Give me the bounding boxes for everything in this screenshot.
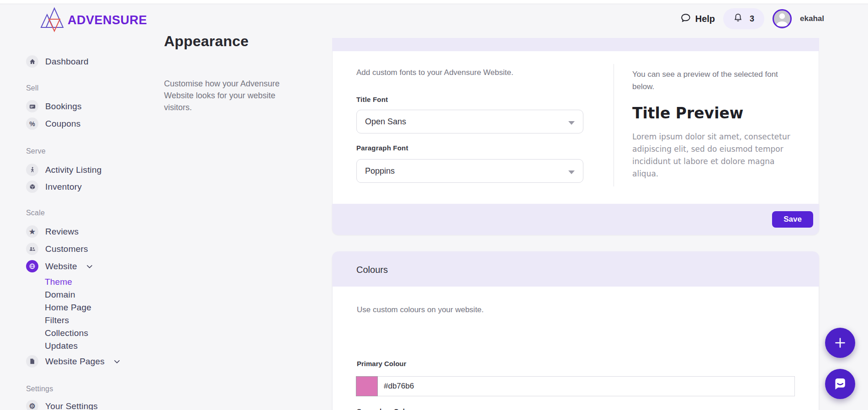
top-divider <box>0 0 868 4</box>
home-icon <box>26 55 38 68</box>
title-font-value: Open Sans <box>365 117 406 127</box>
brand-logo[interactable]: ADVENSURE <box>38 5 147 35</box>
colours-card-header: Colours <box>332 251 819 287</box>
sidebar-subitem-updates[interactable]: Updates <box>45 341 78 351</box>
people-icon <box>26 243 38 255</box>
cube-icon <box>26 181 38 193</box>
help-label: Help <box>695 14 715 24</box>
plus-icon <box>833 336 847 350</box>
primary-colour-input[interactable]: #db76b6 <box>378 376 795 396</box>
sidebar-item-coupons[interactable]: % Coupons <box>26 117 80 130</box>
sidebar-section-sell: Sell <box>26 84 38 92</box>
chat-launcher-button[interactable] <box>825 369 855 399</box>
fonts-card-header <box>332 38 819 51</box>
help-icon <box>680 12 691 26</box>
sidebar-item-reviews[interactable]: ★ Reviews <box>26 225 79 238</box>
paragraph-font-label: Paragraph Font <box>356 144 408 152</box>
sidebar-section-scale: Scale <box>26 209 45 217</box>
chevron-down-icon <box>114 357 120 366</box>
chat-icon <box>832 376 848 392</box>
appearance-page: ADVENSURE Help 3 e <box>0 0 868 410</box>
primary-colour-swatch[interactable] <box>356 376 378 396</box>
colours-title: Colours <box>356 265 388 275</box>
sidebar-subitem-theme[interactable]: Theme <box>45 277 72 287</box>
fonts-intro-text: Add custom fonts to your Advensure Websi… <box>356 68 513 77</box>
sidebar-item-activity-listing[interactable]: Activity Listing <box>26 164 102 176</box>
mountain-logo-icon <box>38 5 66 35</box>
sidebar-item-website-pages[interactable]: Website Pages <box>26 355 120 367</box>
notifications-button[interactable]: 3 <box>723 8 764 29</box>
sidebar-item-your-settings[interactable]: ⚙ Your Settings <box>26 400 98 410</box>
title-font-select[interactable]: Open Sans <box>356 110 583 133</box>
gear-icon: ⚙ <box>26 400 38 410</box>
sidebar-subitem-collections[interactable]: Collections <box>45 328 88 338</box>
colours-card: Colours Use custom colours on your websi… <box>332 251 819 410</box>
fonts-save-bar: Save <box>332 204 819 235</box>
paragraph-font-value: Poppins <box>365 166 395 176</box>
globe-icon <box>26 260 38 272</box>
bookings-card-icon <box>26 100 38 112</box>
primary-colour-label: Primary Colour <box>357 360 406 367</box>
chevron-down-icon <box>568 170 575 174</box>
person-icon <box>774 11 790 27</box>
title-font-label: Title Font <box>356 96 388 103</box>
document-icon <box>26 355 38 367</box>
title-preview-heading: Title Preview <box>632 104 743 122</box>
avatar[interactable] <box>773 9 792 28</box>
page-description: Customise how your Advensure Website loo… <box>164 78 296 113</box>
primary-colour-row: #db76b6 <box>356 376 795 396</box>
chevron-down-icon <box>568 121 575 125</box>
star-icon: ★ <box>26 225 38 238</box>
percent-icon: % <box>26 117 38 130</box>
bell-icon <box>733 13 743 25</box>
preview-hint-text: You can see a preview of the selected fo… <box>632 68 783 93</box>
save-button[interactable]: Save <box>772 211 813 228</box>
sidebar-item-dashboard[interactable]: Dashboard <box>26 55 89 68</box>
brand-name: ADVENSURE <box>68 13 147 27</box>
sidebar-subitem-domain[interactable]: Domain <box>45 290 75 300</box>
paragraph-font-select[interactable]: Poppins <box>356 159 583 183</box>
username: ekahal <box>800 14 824 23</box>
chevron-down-icon <box>87 262 92 271</box>
preview-divider <box>614 64 614 186</box>
paragraph-preview-text: Lorem ipsum dolor sit amet, consectetur … <box>632 131 801 180</box>
colours-intro-text: Use custom colours on your website. <box>357 305 484 314</box>
sidebar-subitem-home-page[interactable]: Home Page <box>45 303 91 313</box>
help-button[interactable]: Help <box>680 12 715 26</box>
secondary-colour-label: Secondary Colour <box>357 407 416 410</box>
sidebar-section-serve: Serve <box>26 147 46 155</box>
walking-person-icon <box>26 164 38 176</box>
sidebar-item-bookings[interactable]: Bookings <box>26 100 82 112</box>
sidebar-section-settings: Settings <box>26 385 53 393</box>
sidebar-item-website[interactable]: Website <box>26 260 92 272</box>
sidebar-item-inventory[interactable]: Inventory <box>26 181 82 193</box>
notification-count-badge: 3 <box>750 14 754 24</box>
page-title: Appearance <box>164 33 249 50</box>
sidebar-subitem-filters[interactable]: Filters <box>45 315 69 325</box>
sidebar-item-customers[interactable]: Customers <box>26 243 88 255</box>
add-button[interactable] <box>825 328 855 358</box>
